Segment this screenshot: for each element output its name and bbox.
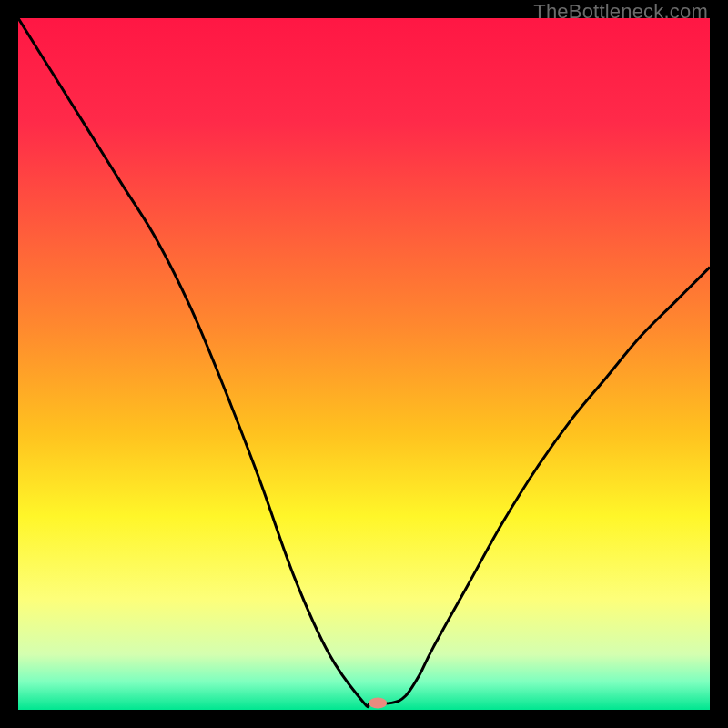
plot-background — [18, 18, 710, 710]
bottleneck-chart — [18, 18, 710, 710]
optimal-marker — [369, 697, 387, 708]
chart-frame: TheBottleneck.com — [0, 0, 728, 728]
watermark-text: TheBottleneck.com — [533, 0, 708, 24]
